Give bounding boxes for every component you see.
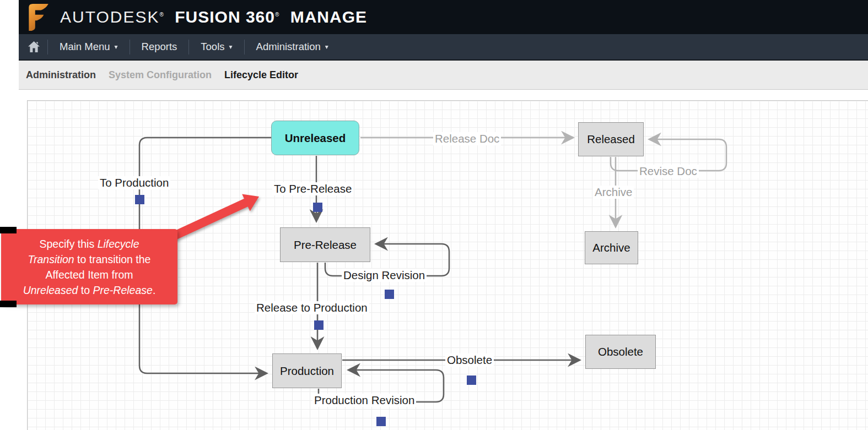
transition-label-release-doc[interactable]: Release Doc [433, 132, 501, 145]
app-window: AUTODESK® FUSION 360® MANAGE Main Menu ▾… [0, 0, 868, 430]
handle-design-revision[interactable] [385, 290, 394, 299]
brand-product: FUSION 360 [175, 8, 275, 26]
state-pre-release[interactable]: Pre-Release [280, 227, 370, 262]
main-nav-bar: Main Menu ▾ Reports Tools ▾ Administrati… [19, 34, 868, 61]
brand-bar: AUTODESK® FUSION 360® MANAGE [19, 0, 868, 34]
state-archive[interactable]: Archive [585, 231, 638, 264]
nav-main-menu-label: Main Menu [60, 41, 110, 53]
registered-mark: ® [275, 12, 279, 18]
home-icon [28, 41, 40, 52]
brand-autodesk: AUTODESK [60, 8, 160, 26]
handle-to-pre-release[interactable] [313, 203, 322, 212]
nav-tools-label: Tools [201, 41, 224, 53]
fusion360-logo-icon [26, 3, 50, 31]
app-title: AUTODESK® FUSION 360® MANAGE [60, 8, 367, 26]
state-obsolete[interactable]: Obsolete [585, 335, 656, 369]
annotation-callout: Specify this LifecycleTransition to tran… [1, 229, 177, 304]
breadcrumb: Administration System Configuration Life… [19, 61, 868, 90]
handle-to-production[interactable] [135, 195, 144, 204]
state-production[interactable]: Production [272, 353, 342, 388]
nav-reports[interactable]: Reports [130, 41, 189, 53]
transition-label-design-revision[interactable]: Design Revision [342, 269, 427, 282]
nav-administration-label: Administration [256, 41, 321, 53]
handle-obsolete[interactable] [467, 375, 476, 385]
transition-label-obsolete[interactable]: Obsolete [445, 353, 494, 367]
nav-tools[interactable]: Tools ▾ [189, 41, 244, 53]
nav-administration[interactable]: Administration ▾ [245, 41, 340, 53]
border-fragment [0, 227, 17, 233]
state-unreleased[interactable]: Unreleased [271, 121, 359, 155]
chevron-down-icon: ▾ [325, 43, 328, 51]
state-released[interactable]: Released [578, 122, 644, 156]
transition-label-revise-doc[interactable]: Revise Doc [638, 165, 699, 178]
handle-release-to-production[interactable] [314, 320, 324, 330]
transition-label-archive[interactable]: Archive [593, 186, 634, 199]
border-fragment [0, 301, 17, 307]
breadcrumb-system-configuration[interactable]: System Configuration [109, 69, 212, 81]
breadcrumb-lifecycle-editor: Lifecycle Editor [224, 69, 298, 81]
transition-label-to-pre-release[interactable]: To Pre-Release [272, 182, 353, 195]
registered-mark: ® [160, 12, 164, 18]
handle-production-revision[interactable] [376, 417, 386, 426]
brand-manage: MANAGE [290, 8, 367, 26]
transition-label-to-production[interactable]: To Production [98, 176, 170, 189]
transition-label-release-to-production[interactable]: Release to Production [255, 301, 369, 314]
nav-reports-label: Reports [142, 41, 177, 53]
chevron-down-icon: ▾ [229, 43, 233, 51]
home-button[interactable] [28, 41, 40, 52]
nav-main-menu[interactable]: Main Menu ▾ [48, 41, 130, 53]
chevron-down-icon: ▾ [115, 43, 118, 51]
breadcrumb-administration[interactable]: Administration [26, 69, 96, 81]
transition-label-production-revision[interactable]: Production Revision [312, 394, 416, 407]
